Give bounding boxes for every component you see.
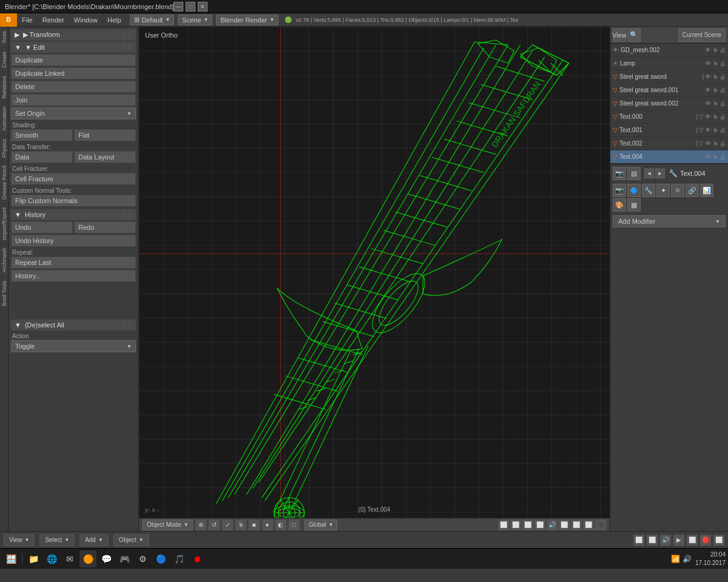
maximize-button[interactable]: □ bbox=[186, 2, 195, 12]
status-icon-d[interactable]: ▶ bbox=[673, 535, 684, 546]
deselect-section-header[interactable]: ▼ (De)select All ⋮⋮ bbox=[11, 319, 136, 330]
viewport-icon-a[interactable]: ⬜ bbox=[498, 520, 509, 530]
left-tab-import-export[interactable]: Import/Export bbox=[0, 203, 8, 244]
prop-icon-camera[interactable]: 📷 bbox=[613, 167, 626, 180]
edit-section-header[interactable]: ▼ ▼ Edit ⋮⋮ bbox=[11, 42, 136, 53]
status-icon-a[interactable]: ⬜ bbox=[633, 535, 644, 546]
left-tab-relations[interactable]: Relations bbox=[0, 72, 8, 102]
viewport-icon-solid[interactable]: ◐ bbox=[275, 520, 286, 530]
taskbar-game[interactable]: 🎮 bbox=[116, 550, 133, 567]
smooth-button[interactable]: Smooth bbox=[11, 129, 73, 141]
undo-history-button[interactable]: Undo History bbox=[11, 235, 136, 247]
viewport-icon-material[interactable]: ● bbox=[262, 520, 273, 530]
left-tab-create[interactable]: Create bbox=[0, 47, 8, 72]
left-tab-archmesh[interactable]: Archmesh bbox=[0, 244, 8, 276]
view-status-btn[interactable]: View ▼ bbox=[4, 534, 35, 546]
viewport-icon-translate[interactable]: ⊕ bbox=[195, 520, 206, 530]
left-tab-tools[interactable]: Tools bbox=[0, 27, 8, 47]
taskbar-app1[interactable]: ⚙ bbox=[134, 550, 151, 567]
repeat-last-button[interactable]: Repeat Last bbox=[11, 256, 136, 269]
scene-row-gd-mesh[interactable]: 👁 GD_mesh.002 👁 🖱 🖨 bbox=[610, 44, 728, 57]
viewport-icon-h[interactable]: ⬜ bbox=[583, 520, 594, 530]
undo-button[interactable]: Undo bbox=[11, 221, 73, 233]
viewport-icon-mode[interactable]: 🖱 bbox=[235, 520, 246, 530]
scene-row-sword-002[interactable]: ▽ Steel great sword.002 👁 🖱 🖨 bbox=[610, 97, 728, 110]
flip-normals-button[interactable]: Flip Custom Normals bbox=[11, 195, 136, 207]
taskbar-browser[interactable]: 🌐 bbox=[43, 550, 60, 567]
prop-nav-next[interactable]: ► bbox=[655, 169, 665, 178]
taskbar-record[interactable]: ⏺ bbox=[189, 550, 206, 567]
cell-fracture-button[interactable]: Cell Fracture bbox=[11, 173, 136, 185]
viewport-icon-f[interactable]: ⬜ bbox=[559, 520, 570, 530]
duplicate-linked-button[interactable]: Duplicate Linked bbox=[11, 67, 136, 79]
viewport-icon-d[interactable]: ⬜ bbox=[534, 520, 545, 530]
prop-nav-prev[interactable]: ◄ bbox=[644, 169, 654, 178]
engine-dropdown[interactable]: Blender Render ▼ bbox=[216, 15, 278, 25]
scene-row-lamp[interactable]: ☀ Lamp 👁 🖱 🖨 bbox=[610, 57, 728, 70]
prop-type-material[interactable]: 🎨 bbox=[613, 198, 626, 212]
prop-type-render[interactable]: 📷 bbox=[613, 184, 626, 197]
current-scene-button[interactable]: Current Scene bbox=[678, 28, 726, 42]
prop-type-modifier[interactable]: 🔧 bbox=[642, 184, 655, 197]
toggle-dropdown[interactable]: Toggle ▼ bbox=[11, 340, 136, 352]
history-section-header[interactable]: ▼ History ⋮⋮ bbox=[11, 209, 136, 220]
history-dots-button[interactable]: History... bbox=[11, 270, 136, 282]
menu-render[interactable]: Render bbox=[38, 13, 69, 27]
taskbar-mail[interactable]: ✉ bbox=[61, 550, 78, 567]
taskbar-discord[interactable]: 💬 bbox=[98, 550, 115, 567]
redo-button[interactable]: Redo bbox=[74, 221, 136, 233]
data-layout-button[interactable]: Data Layout bbox=[74, 151, 136, 163]
object-status-btn[interactable]: Object ▼ bbox=[113, 534, 149, 546]
taskbar-blender[interactable]: 🟠 bbox=[79, 550, 96, 567]
scene-row-sword-001[interactable]: ▽ Steel great sword.001 👁 🖱 🖨 bbox=[610, 84, 728, 97]
prop-type-object[interactable]: 🔷 bbox=[627, 184, 641, 197]
view-btn[interactable]: View bbox=[613, 28, 626, 42]
viewport-icon-render[interactable]: ■ bbox=[249, 520, 260, 530]
prop-type-physics[interactable]: ⚛ bbox=[671, 184, 684, 197]
flat-button[interactable]: Flat bbox=[74, 129, 136, 141]
start-button[interactable]: 🪟 bbox=[2, 550, 19, 567]
viewport-icon-b[interactable]: ⬜ bbox=[510, 520, 521, 530]
prop-icon-object[interactable]: ▤ bbox=[627, 167, 641, 180]
data-button[interactable]: Data bbox=[11, 151, 73, 163]
status-icon-e[interactable]: ⬜ bbox=[687, 535, 698, 546]
viewport[interactable]: User Ortho bbox=[139, 27, 610, 531]
taskbar-app3[interactable]: 🎵 bbox=[170, 550, 187, 567]
viewport-icon-c[interactable]: ⬜ bbox=[522, 520, 533, 530]
viewport-icon-i[interactable]: 🎥 bbox=[595, 520, 606, 530]
left-tab-grease-pencil[interactable]: Grease Pencil bbox=[0, 161, 8, 204]
menu-window[interactable]: Window bbox=[69, 13, 103, 27]
scene-row-text002[interactable]: ▽ Text.002 | ▽ 👁 🖱 🖨 bbox=[610, 137, 728, 150]
add-status-btn[interactable]: Add ▼ bbox=[79, 534, 109, 546]
prop-type-data[interactable]: 📊 bbox=[700, 184, 713, 197]
viewport-icon-wire[interactable]: □ bbox=[289, 520, 300, 530]
scene-row-sword[interactable]: ▽ Steel great sword | 👁 🖱 🖨 bbox=[610, 70, 728, 84]
viewport-icon-g[interactable]: ⬜ bbox=[571, 520, 582, 530]
set-origin-dropdown[interactable]: Set Origin ▼ bbox=[11, 107, 136, 119]
blender-logo[interactable]: B bbox=[0, 13, 17, 27]
prop-type-particles[interactable]: ✦ bbox=[656, 184, 670, 197]
viewport-icon-rotate[interactable]: ↺ bbox=[209, 520, 220, 530]
left-tab-physics[interactable]: Physics bbox=[0, 135, 8, 161]
prop-type-texture[interactable]: ▦ bbox=[627, 198, 641, 212]
viewport-icon-e[interactable]: 🔊 bbox=[547, 520, 558, 530]
left-tab-bool-tools[interactable]: Bool Tools bbox=[0, 276, 8, 309]
menu-help[interactable]: Help bbox=[103, 13, 126, 27]
status-icon-f[interactable]: 🔴 bbox=[700, 535, 711, 546]
taskbar-app2[interactable]: 🔵 bbox=[152, 550, 169, 567]
search-btn[interactable]: 🔍 bbox=[627, 28, 641, 42]
layout-dropdown[interactable]: ⊞ Default ▼ bbox=[130, 15, 175, 25]
scene-dropdown[interactable]: Scene ▼ bbox=[178, 15, 212, 25]
window-controls[interactable]: — □ ✕ bbox=[174, 2, 207, 12]
delete-button[interactable]: Delete bbox=[11, 81, 136, 93]
scene-row-text004[interactable]: ▽ Text.004 👁 🖱 🖨 bbox=[610, 150, 728, 164]
menu-file[interactable]: File bbox=[17, 13, 38, 27]
prop-type-constraints[interactable]: 🔗 bbox=[686, 184, 699, 197]
select-status-btn[interactable]: Select ▼ bbox=[39, 534, 75, 546]
status-icon-g[interactable]: ⬜ bbox=[713, 535, 724, 546]
scene-row-text001[interactable]: ▽ Text.001 | ▽ 👁 🖱 🖨 bbox=[610, 124, 728, 137]
taskbar-file-explorer[interactable]: 📁 bbox=[25, 550, 42, 567]
status-icon-c[interactable]: 🔊 bbox=[660, 535, 671, 546]
viewport-icon-scale[interactable]: ⤢ bbox=[222, 520, 233, 530]
left-tab-animation[interactable]: Animation bbox=[0, 102, 8, 135]
